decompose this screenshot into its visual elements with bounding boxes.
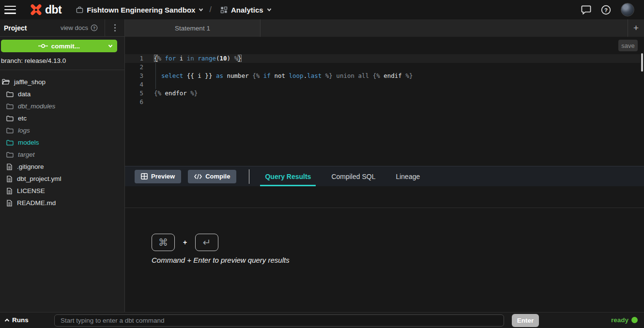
view-docs-label: view docs — [61, 24, 88, 31]
dbt-cloud-ide: dbt Fishtown Engineering Sandbox / Analy… — [0, 0, 644, 328]
project-switcher[interactable]: Analytics — [220, 6, 272, 14]
tree-item-models[interactable]: models — [0, 136, 124, 149]
indent-guide — [155, 63, 156, 89]
dbt-command-input[interactable] — [54, 314, 504, 327]
tree-item--gitignore[interactable]: .gitignore — [0, 161, 124, 173]
enter-button[interactable]: Enter — [512, 314, 539, 327]
command-bar: Runs Enter ready — [0, 312, 644, 328]
dbt-logo[interactable]: dbt — [30, 3, 61, 16]
code-icon — [194, 174, 202, 179]
line-number: 3 — [125, 72, 143, 80]
git-commit-icon — [38, 43, 48, 49]
preview-button-label: Preview — [151, 173, 175, 180]
tree-item-label: data — [18, 90, 31, 98]
editor-scrollbar[interactable] — [641, 53, 643, 72]
help-icon[interactable]: ? — [601, 5, 611, 15]
divider — [249, 169, 249, 184]
results-toolbar: Preview Compile Query Results Compiled S… — [125, 166, 644, 186]
command-key-icon: ⌘ — [152, 234, 175, 251]
status-dot-icon — [631, 317, 638, 323]
briefcase-icon — [76, 6, 83, 14]
code-editor[interactable]: save 1{% for i in range(10) %}23 select … — [125, 37, 644, 166]
top-nav-bar: dbt Fishtown Engineering Sandbox / Analy… — [0, 0, 644, 19]
table-icon — [141, 173, 148, 179]
runs-toggle[interactable]: Runs — [4, 316, 29, 324]
help-circle-icon: ? — [91, 24, 98, 31]
file-tree: jaffle_shopdatadbt_modulesetclogsmodelst… — [0, 70, 124, 209]
chevron-down-icon — [267, 7, 272, 12]
tree-item-label: jaffle_shop — [14, 78, 46, 86]
tree-item-data[interactable]: data — [0, 88, 124, 100]
tree-item-jaffle-shop[interactable]: jaffle_shop — [0, 76, 124, 88]
code-line-3[interactable]: 3 select {{ i }} as number {% if not loo… — [125, 72, 640, 80]
folder-icon — [6, 152, 14, 158]
sidebar-header: Project view docs ? — [0, 19, 124, 37]
kebab-menu-icon[interactable] — [105, 24, 124, 31]
chevron-down-icon — [199, 7, 203, 12]
tree-item-license[interactable]: LICENSE — [0, 185, 124, 197]
chevron-down-icon[interactable] — [108, 44, 113, 48]
compile-button[interactable]: Compile — [188, 170, 236, 183]
tree-item-etc[interactable]: etc — [0, 112, 124, 124]
chevron-up-icon — [4, 318, 10, 322]
compile-button-label: Compile — [205, 173, 230, 180]
code-line-1[interactable]: 1{% for i in range(10) %} — [125, 54, 640, 63]
folder-open-icon — [2, 79, 10, 85]
tree-item-logs[interactable]: logs — [0, 124, 124, 136]
project-name: Analytics — [231, 6, 263, 14]
line-number: 1 — [125, 54, 143, 63]
folder-icon — [6, 128, 14, 134]
status-indicator: ready — [611, 316, 638, 324]
folder-icon — [6, 116, 14, 121]
tree-item-readme-md[interactable]: README.md — [0, 197, 124, 209]
new-tab-button[interactable]: + — [628, 19, 644, 37]
tab-compiled-sql[interactable]: Compiled SQL — [326, 166, 380, 187]
tree-item-label: dbt_project.yml — [17, 175, 61, 182]
tree-item-label: target — [18, 151, 35, 158]
tree-item-label: README.md — [17, 199, 56, 207]
account-switcher[interactable]: Fishtown Engineering Sandbox — [76, 6, 203, 14]
dbt-logo-icon — [30, 3, 42, 16]
tree-item-label: models — [18, 139, 39, 146]
results-subheader — [125, 186, 644, 208]
code-line-2[interactable]: 2 — [125, 63, 640, 72]
branch-label: branch: release/4.13.0 — [0, 52, 124, 70]
tab-label: Statement 1 — [175, 25, 210, 32]
tab-label: Lineage — [396, 173, 420, 180]
commit-button-label: commit... — [51, 43, 80, 50]
runs-label: Runs — [12, 316, 29, 324]
user-avatar[interactable] — [621, 3, 634, 16]
query-results-panel: ⌘ + ↵ Command + Enter to preview query r… — [125, 208, 644, 312]
return-key-icon: ↵ — [195, 234, 218, 251]
tab-statement-1[interactable]: Statement 1 — [125, 19, 261, 37]
project-sidebar: Project view docs ? commit... branch: re… — [0, 19, 125, 312]
line-number: 6 — [125, 98, 143, 106]
tree-item-dbt-project-yml[interactable]: dbt_project.yml — [0, 173, 124, 185]
folder-icon — [6, 91, 14, 97]
svg-text:?: ? — [93, 26, 95, 30]
preview-button[interactable]: Preview — [135, 170, 181, 183]
view-docs-link[interactable]: view docs ? — [61, 24, 98, 31]
editor-tab-bar: Statement 1 + — [125, 19, 644, 37]
tab-label: Query Results — [265, 173, 311, 180]
tree-item-target[interactable]: target — [0, 149, 124, 161]
shortcut-hint-text: Command + Enter to preview query results — [152, 256, 290, 264]
tab-lineage[interactable]: Lineage — [391, 166, 425, 187]
main-panel: Statement 1 + save 1{% for i in range(10… — [125, 19, 644, 312]
line-number: 2 — [125, 63, 143, 72]
code-line-5[interactable]: 5{% endfor %} — [125, 89, 640, 98]
save-button[interactable]: save — [618, 40, 638, 51]
code-line-4[interactable]: 4 — [125, 80, 640, 89]
commit-button[interactable]: commit... — [1, 40, 117, 52]
chat-icon[interactable] — [581, 5, 591, 15]
tree-item-dbt-modules[interactable]: dbt_modules — [0, 100, 124, 112]
code-line-6[interactable]: 6 — [125, 98, 640, 106]
tab-query-results[interactable]: Query Results — [260, 166, 316, 187]
folder-icon — [6, 140, 14, 146]
file-icon — [6, 164, 13, 170]
tree-item-label: etc — [18, 115, 27, 122]
grid-icon — [220, 6, 228, 14]
hamburger-menu-icon[interactable] — [4, 6, 16, 14]
file-icon — [6, 200, 13, 207]
folder-icon — [6, 104, 14, 109]
